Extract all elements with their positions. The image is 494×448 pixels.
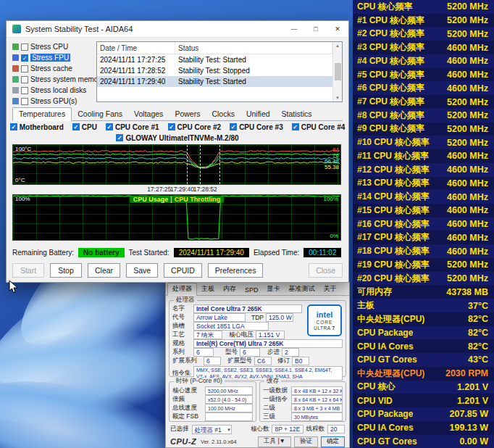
stress-checkbox[interactable] [21,43,28,51]
stress-checkbox[interactable] [21,98,28,105]
time-axis-label: 17:29:40 [170,186,194,193]
log-column-datetime[interactable]: Date / Time [97,42,175,54]
log-row[interactable]: 2024/11/11 17:27:25 Stability Test: Star… [97,54,332,65]
window-title: System Stability Test - AIDA64 [25,25,133,33]
legend-checkbox[interactable]: ✓ [168,123,175,130]
stress-checkbox[interactable] [21,65,28,72]
tab[interactable]: Temperatures [12,107,72,121]
log-row[interactable]: 2024/11/11 17:29:40 Stability Test: Star… [97,76,332,87]
tools-button[interactable]: 工具 |▼ [258,436,291,447]
stress-option[interactable]: ✓ Stress FPU [12,52,93,63]
legend-item[interactable]: ✓ Motherboard [10,123,64,131]
aida64-app-icon [12,25,21,33]
processor-select[interactable]: 处理器 #1 ▾ [192,425,232,434]
sensor-label: CPU GT Cores [357,354,417,365]
sensor-row: CPU IA Cores 82°C [353,339,494,353]
field-label: 核心速度 [172,386,203,395]
stress-type-icon [12,87,19,94]
legend-checkbox[interactable]: ✓ [292,123,299,130]
action-button[interactable]: CPUID [164,263,202,278]
stress-label[interactable]: Stress GPU(s) [30,97,77,105]
action-button[interactable]: Stop [50,263,82,278]
title-bar[interactable]: System Stability Test - AIDA64 — □ ✕ [7,21,348,38]
processor-groupbox: 处理器 名字 Intel Core Ultra 7 265K 代号 Arrow … [169,300,346,377]
cpuz-window: 处理器 主板 内存 SPD 显卡 基准测试 关于 处理器 名字 Intel Co… [165,282,350,448]
ok-button[interactable]: 确定 [321,436,345,447]
specification-value: Intel(R) Core(TM) Ultra 7 265K [193,339,343,348]
stress-label[interactable]: Stress cache [30,65,72,72]
scroll-up-icon[interactable]: ▲ [335,43,340,48]
cpuz-tab[interactable]: 内存 [219,283,240,295]
legend-item[interactable]: ✓ CPU Core #1 [106,123,159,131]
legend-item[interactable]: ✓ CPU Core #2 [168,123,222,131]
stress-label[interactable]: Stress FPU [30,54,70,62]
tab[interactable]: Unified [240,108,276,120]
stress-option[interactable]: Stress cache [12,63,93,74]
scroll-thumb[interactable] [335,63,341,80]
stress-option[interactable]: Stress system memory [12,74,93,85]
sensor-label: #2 CPU 核心频率 [357,28,424,40]
stress-label[interactable]: Stress local disks [30,86,86,94]
sensor-label: #4 CPU 核心频率 [357,55,424,67]
tab[interactable]: Statistics [276,108,318,120]
legend-item[interactable]: ✓ CPU [72,123,97,131]
log-column-status[interactable]: Status [175,42,332,54]
action-button[interactable]: Clear [88,263,120,278]
cpuz-logo: CPU-Z [170,437,196,446]
action-button[interactable]: Preferences [208,263,264,278]
stress-checkbox[interactable] [21,87,28,94]
tab[interactable]: Powers [169,108,206,120]
validate-button[interactable]: 验证 [294,436,318,447]
scroll-down-icon[interactable]: ▼ [335,96,340,100]
close-icon[interactable]: ✕ [327,21,348,37]
groupbox-title: 处理器 [174,296,197,303]
legend-item[interactable]: ✓ GLOWAY UltimateITNVMe-M.2/80 [116,134,238,142]
core-logo-text: CORE [317,320,333,325]
tab[interactable]: Cooling Fans [72,108,128,120]
sensor-label: #7 CPU 核心频率 [357,96,424,108]
legend-checkbox[interactable]: ✓ [72,123,80,130]
cpuz-tab[interactable]: 关于 [319,283,341,295]
action-button[interactable]: Start [12,263,44,278]
sensor-row: #16 CPU 核心频率 4600 MHz [353,217,494,231]
cpuz-tab[interactable]: 显卡 [263,283,285,295]
log-row[interactable]: 2024/11/11 17:28:52 Stability Test: Stop… [97,65,332,76]
stress-checkbox[interactable]: ✓ [21,54,28,62]
stress-option[interactable]: Stress CPU [12,41,93,52]
maximize-button[interactable]: □ [305,21,327,37]
cpuz-tab[interactable]: SPD [240,286,263,295]
stress-checkbox[interactable] [21,76,28,83]
cores-label: 核心数 [251,425,269,434]
stress-type-icon [12,65,19,72]
core-voltage-value: 1.151 V [256,331,285,339]
legend-item[interactable]: ✓ CPU Core #3 [230,123,283,131]
action-button[interactable]: Save [126,263,158,278]
log-time: 2024/11/11 17:29:40 [97,78,175,86]
close-button[interactable]: Close [309,263,343,278]
stress-label[interactable]: Stress system memory [30,75,104,83]
sensor-value: 5200 MHz [447,29,488,39]
legend-item[interactable]: ✓ CPU Core #4 [292,123,346,131]
sensor-row: #14 CPU 核心频率 4600 MHz [353,190,494,204]
log-status: Stability Test: Started [175,56,332,64]
legend-label: CPU Core #3 [239,123,283,131]
stress-option[interactable]: Stress local disks [12,85,93,96]
sensor-value: 4600 MHz [447,246,488,257]
log-scrollbar[interactable]: ▲ ▼ [332,42,342,101]
legend-checkbox[interactable]: ✓ [10,123,17,130]
legend-checkbox[interactable]: ✓ [116,134,123,141]
cpuz-tab[interactable]: 处理器 [167,283,197,296]
legend-checkbox[interactable]: ✓ [230,123,237,130]
minimize-button[interactable]: — [283,21,305,37]
action-buttons: Start Stop Clear Save CPUID Preferences [12,263,298,278]
stress-option[interactable]: Stress GPU(s) [12,96,93,107]
stress-label[interactable]: Stress CPU [30,43,68,51]
package-value: Socket 1851 LGA [193,322,269,331]
l3-value: 30 MBytes [291,412,343,421]
sensor-value: 5200 MHz [447,1,488,12]
cpuz-tab[interactable]: 基准测试 [285,283,319,295]
tab[interactable]: Clocks [206,108,240,120]
cpuz-tab[interactable]: 主板 [197,283,219,295]
legend-checkbox[interactable]: ✓ [106,123,113,130]
tab[interactable]: Voltages [128,108,169,120]
